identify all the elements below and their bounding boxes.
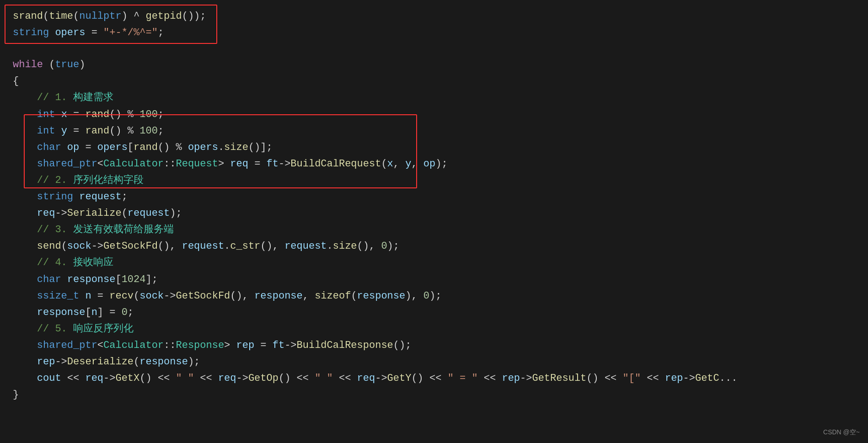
code-line-18: ssize_t n = recv(sock->GetSockFd(), resp…: [13, 288, 855, 304]
code-line-11: // 2. 序列化结构字段: [13, 172, 855, 189]
code-line-6: // 1. 构建需求: [13, 90, 855, 106]
code-line-7: int x = rand() % 100;: [13, 107, 855, 123]
code-line-20: // 5. 响应反序列化: [13, 321, 855, 337]
code-container: srand(time(nullptr) ^ getpid()); string …: [0, 0, 868, 411]
code-line-2: string opers = "+-*/%^=";: [13, 25, 855, 41]
code-line-9: char op = opers[rand() % opers.size()];: [13, 139, 855, 156]
code-line-19: response[n] = 0;: [13, 304, 855, 321]
code-line-14: // 3. 发送有效载荷给服务端: [13, 222, 855, 238]
empty-line-3: [13, 41, 855, 57]
watermark: CSDN @空~: [823, 427, 860, 438]
code-line-13: req->Serialize(request);: [13, 205, 855, 222]
code-line-22: rep->Deserialize(response);: [13, 354, 855, 370]
code-line-1: srand(time(nullptr) ^ getpid());: [13, 8, 855, 25]
code-line-23: cout << req->GetX() << " " << req->GetOp…: [13, 370, 855, 387]
code-line-4: while (true): [13, 57, 855, 73]
code-line-close: }: [13, 387, 855, 403]
code-line-21: shared_ptr<Calculator::Response> rep = f…: [13, 337, 855, 354]
code-line-16: // 4. 接收响应: [13, 255, 855, 271]
code-line-5: {: [13, 73, 855, 90]
code-line-17: char response[1024];: [13, 272, 855, 288]
code-line-15: send(sock->GetSockFd(), request.c_str(),…: [13, 238, 855, 255]
code-line-10: shared_ptr<Calculator::Request> req = ft…: [13, 156, 855, 172]
code-line-12: string request;: [13, 189, 855, 205]
code-line-8: int y = rand() % 100;: [13, 123, 855, 139]
